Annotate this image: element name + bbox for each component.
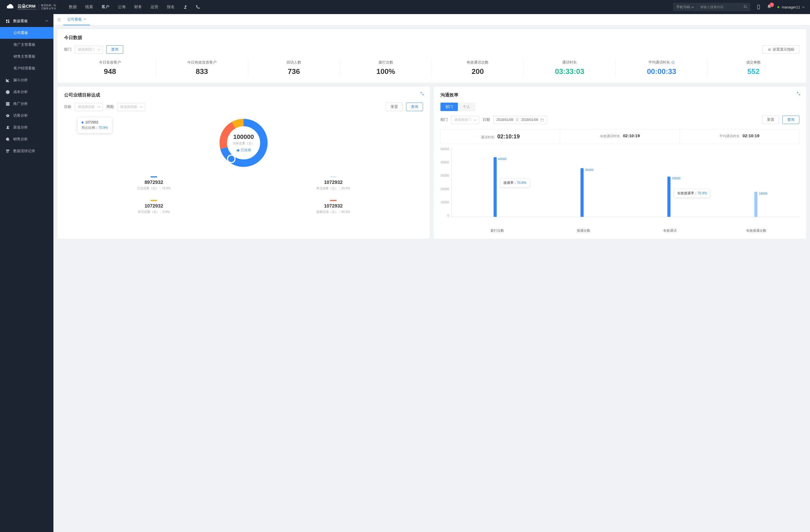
nav-item[interactable]: 运营 bbox=[150, 4, 158, 10]
sidebar-item[interactable]: 推广分析 bbox=[0, 98, 53, 110]
expand-icon[interactable] bbox=[796, 92, 800, 96]
dept-select[interactable]: 请选择部门 bbox=[75, 46, 103, 54]
menu-icon bbox=[6, 137, 10, 142]
tab-company-panel[interactable]: 公司看板 ✕ bbox=[63, 14, 90, 25]
svg-rect-4 bbox=[8, 21, 9, 23]
thumbs-up-icon bbox=[236, 148, 240, 152]
hamburger-icon[interactable]: ☰ bbox=[58, 17, 61, 22]
metric: 通话时长03:33:03 bbox=[524, 59, 616, 77]
svg-rect-5 bbox=[6, 22, 7, 23]
mobile-icon[interactable] bbox=[756, 4, 761, 10]
logo-url: www.yunduocrm.com bbox=[17, 8, 36, 10]
nav-item[interactable]: 公海 bbox=[118, 4, 126, 10]
legend-item: 1072932未完成量（元）20.9% bbox=[244, 173, 423, 193]
pie-center-value: 100000 bbox=[233, 133, 254, 140]
metric: 回访人数736 bbox=[248, 59, 340, 77]
comm-card: 沟通效率 部门 个人 部门 请选择部门 日期 2018/01/08至2018/0… bbox=[434, 87, 806, 239]
menu-icon bbox=[6, 126, 10, 130]
nav-item[interactable]: 报名 bbox=[167, 4, 175, 10]
search-icon bbox=[744, 5, 748, 9]
query-button[interactable]: 查询 bbox=[106, 45, 123, 54]
donut-chart: 100000 目标总量（元） 已达成 bbox=[217, 116, 270, 169]
dashboard-icon bbox=[6, 19, 10, 23]
nav-item[interactable]: 线索 bbox=[85, 4, 93, 10]
gear-icon bbox=[767, 48, 771, 51]
search-button[interactable] bbox=[741, 5, 750, 10]
bar-group: 29000 bbox=[626, 147, 712, 217]
menu-icon bbox=[6, 149, 10, 153]
date-range-picker[interactable]: 2018/01/08至2018/01/08 bbox=[493, 116, 547, 124]
reset-button[interactable]: 重置 bbox=[386, 103, 403, 111]
svg-rect-3 bbox=[8, 19, 9, 20]
logo[interactable]: 云朵CRM www.yunduocrm.com 教育机构一站式服务云平台 bbox=[6, 3, 56, 11]
query-button[interactable]: 查询 bbox=[406, 103, 423, 111]
metric: 有效通话次数200 bbox=[432, 59, 524, 77]
phone-icon[interactable] bbox=[195, 4, 200, 10]
sidebar-item[interactable]: 数据流转记录 bbox=[0, 145, 53, 157]
nav-item[interactable]: 客户 bbox=[101, 4, 109, 10]
sidebar-subitem[interactable]: 客户经理看板 bbox=[0, 63, 53, 74]
bar-group: 43000 bbox=[452, 147, 539, 217]
sidebar-item[interactable]: 渠道分析 bbox=[0, 121, 53, 133]
sidebar-item[interactable]: 漏斗分析 bbox=[0, 74, 53, 86]
help-icon bbox=[671, 61, 675, 64]
sidebar-item[interactable]: 成本分析 bbox=[0, 86, 53, 98]
expand-icon[interactable] bbox=[420, 92, 424, 96]
pie-tooltip: 1072932 所占比例：70.9% bbox=[78, 118, 112, 133]
dept-label: 部门 bbox=[64, 47, 71, 52]
today-title: 今日数据 bbox=[64, 35, 799, 41]
svg-rect-11 bbox=[541, 119, 544, 121]
stat: 平均通话时长02:10:19 bbox=[680, 129, 799, 144]
logo-text: 云朵CRM bbox=[17, 4, 36, 8]
bar-chart: 50000400003000020000100000 接通率：70.9% 有效接… bbox=[440, 147, 799, 226]
status-dot bbox=[777, 6, 779, 8]
target-label: 目标 bbox=[64, 104, 71, 110]
dept-label: 部门 bbox=[440, 117, 448, 122]
top-nav: 数据线索客户公海财务运营报名 bbox=[69, 4, 175, 10]
sidebar-item[interactable]: 销售分析 bbox=[0, 133, 53, 145]
notification-button[interactable]: 5 bbox=[767, 4, 772, 10]
sidebar-group-data-panel[interactable]: 数据看板 bbox=[0, 15, 53, 27]
period-label: 周期 bbox=[106, 104, 114, 110]
settings-button[interactable]: 设置显示指标 bbox=[762, 45, 799, 54]
dept-select[interactable]: 请选择部门 bbox=[451, 116, 479, 124]
x-label: 拨打次数 bbox=[454, 228, 540, 233]
query-button[interactable]: 查询 bbox=[782, 116, 799, 124]
close-icon[interactable]: ✕ bbox=[83, 17, 86, 21]
menu-icon bbox=[6, 90, 10, 94]
chevron-up-icon bbox=[46, 20, 48, 23]
user-add-icon[interactable] bbox=[183, 4, 188, 10]
search-input[interactable] bbox=[697, 5, 741, 9]
menu-icon bbox=[6, 78, 10, 82]
sidebar-subitem[interactable]: 推广主管看板 bbox=[0, 39, 53, 51]
stat: 通话时长02:10:19 bbox=[441, 129, 560, 144]
legend-item: 1072932超额完成（元）89.9% bbox=[244, 197, 423, 217]
tab-personal[interactable]: 个人 bbox=[458, 103, 475, 111]
target-select[interactable]: 请选择目标 bbox=[75, 103, 103, 111]
sidebar-item[interactable]: 访客分析 bbox=[0, 110, 53, 121]
legend-item: 8972932已完成量（元）70.9% bbox=[64, 173, 244, 193]
search-box: 手机号码 bbox=[673, 3, 750, 11]
bar-group: 35000 bbox=[539, 147, 626, 217]
date-label: 日期 bbox=[483, 117, 490, 122]
comm-title: 沟通效率 bbox=[440, 92, 799, 98]
user-menu[interactable]: manager11 bbox=[777, 5, 804, 9]
metric: 今日首咨客户948 bbox=[64, 59, 156, 77]
today-card: 今日数据 部门 请选择部门 查询 设置显示指标 今日首咨客户948今日有效首咨客… bbox=[58, 29, 806, 83]
metric: 成交单数552 bbox=[708, 59, 799, 77]
nav-item[interactable]: 数据 bbox=[69, 4, 77, 10]
svg-point-1 bbox=[758, 9, 759, 9]
menu-icon bbox=[6, 102, 10, 106]
bar-group: 18000 bbox=[712, 147, 799, 217]
goal-card: 公司业绩目标达成 目标 请选择目标 周期 请选择周期 重置 查询 1072932 bbox=[58, 87, 430, 239]
sidebar-subitem[interactable]: 销售主管看板 bbox=[0, 51, 53, 63]
stat: 有效通话时长02:10:19 bbox=[560, 129, 680, 144]
tab-dept[interactable]: 部门 bbox=[440, 103, 458, 111]
cloud-icon bbox=[6, 3, 15, 11]
search-category-select[interactable]: 手机号码 bbox=[673, 3, 697, 11]
period-select[interactable]: 请选择周期 bbox=[117, 103, 145, 111]
sidebar-subitem[interactable]: 公司看板 bbox=[0, 27, 53, 39]
nav-item[interactable]: 财务 bbox=[134, 4, 142, 10]
reset-button[interactable]: 重置 bbox=[762, 116, 779, 124]
goal-title: 公司业绩目标达成 bbox=[64, 92, 423, 98]
